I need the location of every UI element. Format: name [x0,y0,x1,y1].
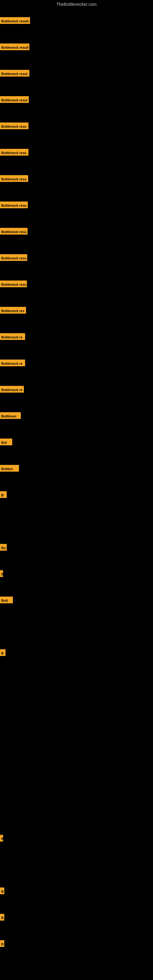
bar-row: Bottleneck resu [0,175,30,182]
bottleneck-result-label: Bottlen [0,465,19,472]
bar-row: Bottleneck res [0,307,28,313]
bar-row: Bottlenec [0,412,23,419]
bottleneck-result-label: Bottleneck re [0,333,25,340]
bar-row: Bottleneck resul [0,96,31,103]
bottleneck-result-label: B [0,835,3,842]
bottleneck-result-label: Bottleneck resu [0,202,28,208]
bar-row: Bottleneck resu [0,202,30,208]
bar-row: Bottleneck resul [0,70,32,76]
bottleneck-result-label: Bottleneck resu [0,175,28,182]
bar-row: B [0,940,6,947]
bar-row: B [0,491,9,498]
bottleneck-result-label: Bottleneck result [0,43,29,50]
bottleneck-result-label: B [0,570,3,577]
bottleneck-result-label: Bottleneck resu [0,228,27,235]
bar-row: Bo [0,544,9,550]
bottleneck-result-label: Bottleneck res [0,307,26,313]
bar-row: Bottleneck re [0,360,27,366]
bar-row: Bottleneck resu [0,149,30,156]
bar-row: Bottleneck resu [0,280,29,287]
bottleneck-result-label: B [0,649,5,656]
bottleneck-result-label: Bottleneck resu [0,280,27,287]
bar-row: Bottleneck re [0,386,26,393]
bottleneck-result-label: B [0,940,4,947]
bottleneck-result-label: Bottleneck resul [0,70,29,76]
bar-row: B [0,649,8,656]
bottleneck-result-label: Bottleneck resul [0,96,29,103]
site-title: TheBottlenecker.com [0,0,153,9]
bottleneck-result-label: Bottleneck result [0,17,30,24]
bar-row: B [0,888,6,894]
bar-row: B [0,570,5,577]
bar-row: Bot [0,439,14,445]
bar-row: B [0,914,6,921]
bottleneck-result-label: B [0,914,4,921]
bottleneck-result-label: B [0,888,4,894]
bottleneck-result-label: Bottleneck re [0,360,25,366]
bottleneck-result-label: Bottlenec [0,412,21,419]
bar-row: Bottleneck resu [0,254,29,261]
bottleneck-result-label: B [0,491,7,498]
bottleneck-result-label: Bottleneck re [0,386,24,393]
bar-row: Bottleneck resu [0,123,30,129]
bar-row: Bottleneck result [0,17,32,24]
bar-row: Bottleneck re [0,333,27,340]
bottleneck-result-label: Bo [0,544,7,550]
bottleneck-result-label: Bottleneck resu [0,149,29,156]
bottleneck-result-label: Bottleneck resu [0,254,27,261]
bar-row: Bott [0,597,15,603]
bar-row: Bottleneck resu [0,228,30,235]
bar-row: Bottleneck result [0,43,32,50]
bar-row: B [0,835,5,842]
bottleneck-result-label: Bot [0,439,12,445]
bottleneck-result-label: Bott [0,597,13,603]
bar-row: Bottlen [0,465,21,472]
bottleneck-result-label: Bottleneck resu [0,123,29,129]
